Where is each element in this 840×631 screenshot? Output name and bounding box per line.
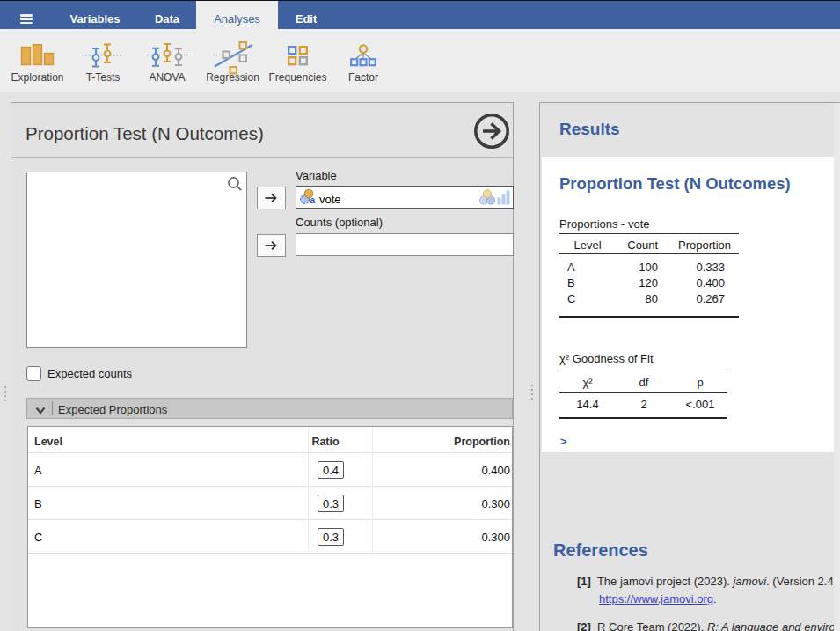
svg-text:a: a [310, 195, 316, 205]
